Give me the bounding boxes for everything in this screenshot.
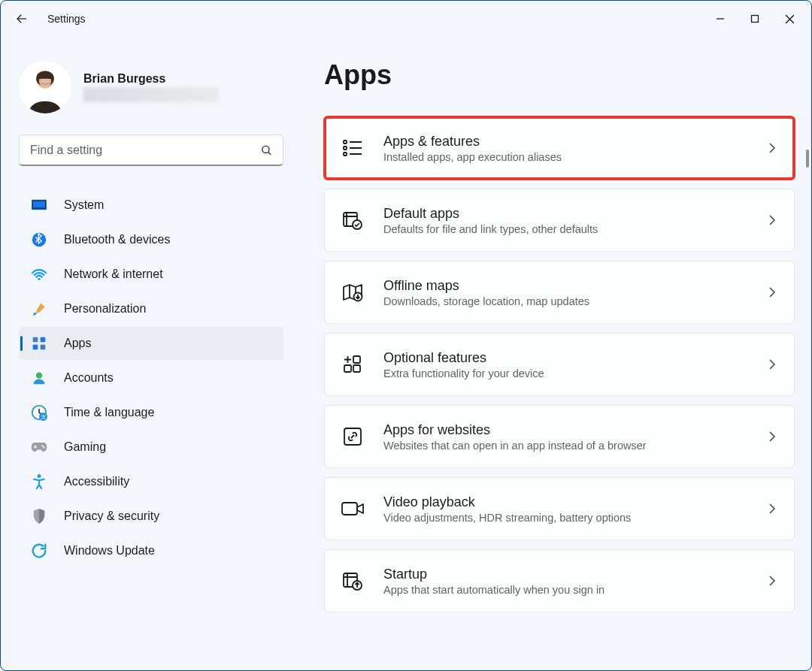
card-default-apps[interactable]: Default apps Defaults for file and link … [324,189,795,252]
apps-features-icon [340,135,365,161]
sidebar-item-accessibility[interactable]: Accessibility [19,465,283,498]
gaming-icon [31,439,47,455]
sidebar-item-label: Accessibility [64,475,129,488]
sidebar: Brian Burgess System [1,37,294,670]
svg-rect-13 [41,345,46,350]
video-icon [340,496,365,521]
card-title: Apps for websites [383,422,750,438]
cards-list: Apps & features Installed apps, app exec… [324,116,795,612]
sidebar-item-label: Windows Update [64,544,155,558]
card-subtitle: Apps that start automatically when you s… [383,584,750,596]
svg-point-19 [43,446,44,448]
update-icon [31,543,47,559]
window-controls [703,7,807,31]
minimize-icon [716,14,725,23]
sidebar-item-label: Personalization [64,302,146,316]
profile-card[interactable]: Brian Burgess [19,55,283,128]
sidebar-item-network[interactable]: Network & internet [19,258,283,291]
chevron-right-icon [768,142,776,154]
card-title: Apps & features [383,134,750,150]
sidebar-item-label: Network & internet [64,267,163,281]
privacy-icon [31,508,47,524]
sidebar-item-label: Gaming [64,440,106,454]
chevron-right-icon [768,358,776,370]
svg-rect-11 [41,337,46,343]
svg-rect-0 [752,16,759,23]
sidebar-item-system[interactable]: System [19,189,283,222]
card-startup[interactable]: Startup Apps that start automatically wh… [324,549,795,612]
sidebar-item-personalization[interactable]: Personalization [19,292,283,325]
default-apps-icon [340,207,365,233]
accessibility-icon [31,473,47,490]
svg-rect-22 [344,147,347,150]
svg-rect-23 [344,153,347,156]
apps-icon [31,335,47,352]
card-subtitle: Downloads, storage location, map updates [383,295,750,307]
sidebar-item-accounts[interactable]: Accounts [19,361,283,394]
time-icon: 文 [31,404,47,421]
back-arrow-icon [15,12,29,26]
scrollbar-thumb[interactable] [806,150,809,168]
card-title: Video playback [383,494,750,510]
svg-rect-12 [33,345,38,350]
card-apps-features[interactable]: Apps & features Installed apps, app exec… [324,116,795,180]
svg-point-14 [36,373,42,379]
card-title: Startup [383,567,750,582]
plus-grid-icon [340,352,365,377]
sidebar-item-label: Accounts [64,371,114,385]
avatar [19,61,71,113]
sidebar-item-update[interactable]: Windows Update [19,534,283,567]
chevron-right-icon [768,286,776,298]
profile-name: Brian Burgess [83,72,219,86]
svg-point-9 [38,278,40,280]
page-title: Apps [324,59,795,91]
card-subtitle: Extra functionality for your device [383,367,750,379]
maximize-button[interactable] [738,7,772,31]
svg-rect-10 [33,337,38,343]
svg-rect-7 [33,201,45,208]
sidebar-item-label: System [64,198,104,212]
chevron-right-icon [768,575,776,587]
titlebar: Settings [1,1,811,37]
minimize-button[interactable] [703,7,738,31]
search-input[interactable] [19,135,283,166]
nav-list: System Bluetooth & devices Network & int… [19,189,283,567]
card-subtitle: Websites that can open in an app instead… [383,440,750,452]
svg-point-20 [38,474,41,478]
card-subtitle: Defaults for file and link types, other … [383,223,750,235]
card-title: Offline maps [383,278,750,294]
bluetooth-icon [31,231,47,248]
svg-rect-29 [353,356,360,363]
sidebar-item-privacy[interactable]: Privacy & security [19,500,283,533]
sidebar-item-label: Apps [64,337,91,350]
card-optional-features[interactable]: Optional features Extra functionality fo… [324,333,795,396]
close-button[interactable] [772,7,807,31]
maximize-icon [750,14,759,23]
card-offline-maps[interactable]: Offline maps Downloads, storage location… [324,261,795,324]
chevron-right-icon [768,503,776,515]
link-square-icon [340,424,365,449]
sidebar-item-apps[interactable]: Apps [19,327,283,360]
sidebar-item-time[interactable]: 文 Time & language [19,396,283,429]
system-icon [31,197,47,213]
back-button[interactable] [7,4,37,34]
chevron-right-icon [768,431,776,443]
startup-icon [340,568,365,594]
window-title: Settings [47,13,86,25]
svg-rect-28 [353,365,360,372]
settings-window: Settings [0,0,812,671]
map-icon [340,280,365,305]
main-content: Apps Apps & features Installed apps, app… [294,37,811,670]
card-video-playback[interactable]: Video playback Video adjustments, HDR st… [324,477,795,540]
wifi-icon [31,266,47,283]
sidebar-item-gaming[interactable]: Gaming [19,431,283,464]
card-apps-for-websites[interactable]: Apps for websites Websites that can open… [324,405,795,468]
profile-email-redacted [83,87,219,102]
brush-icon [31,301,47,317]
sidebar-item-bluetooth[interactable]: Bluetooth & devices [19,223,283,256]
chevron-right-icon [768,214,776,226]
card-title: Optional features [383,350,750,366]
sidebar-item-label: Privacy & security [64,509,159,523]
svg-rect-21 [344,141,347,144]
svg-point-8 [32,233,46,246]
